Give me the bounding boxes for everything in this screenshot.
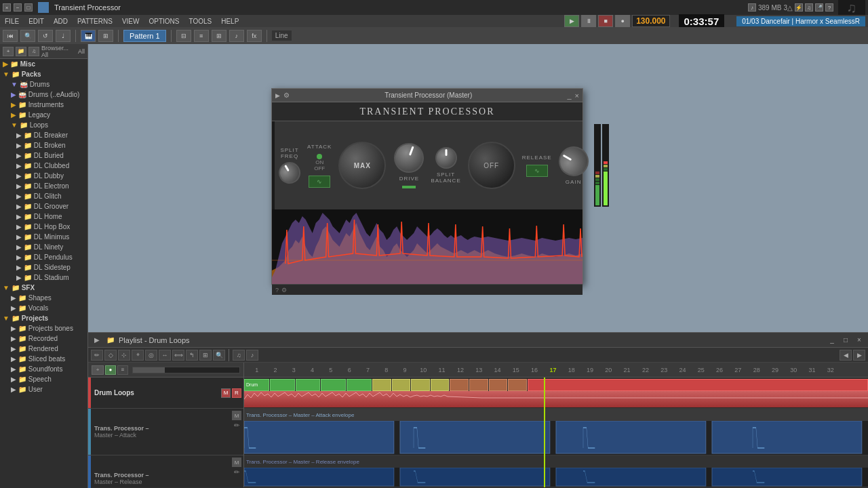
prev-button[interactable]: ⏮ (3, 30, 18, 42)
drum-block-4[interactable] (321, 379, 346, 391)
drum-block-alt-4[interactable] (431, 379, 450, 391)
min-button[interactable]: − (14, 3, 22, 12)
pl-tool-mag[interactable]: 🔍 (213, 350, 225, 361)
mixer-button[interactable]: ⊟ (176, 30, 191, 42)
channel-rack-button[interactable]: ⊞ (212, 30, 226, 42)
close-button[interactable]: × (3, 3, 11, 12)
browser-item-soundfonts[interactable]: ▶ 📁 Soundfonts (0, 364, 87, 374)
help-icon[interactable]: ? (825, 3, 833, 12)
volume-icon[interactable]: ♪ (748, 3, 756, 12)
drum-block-alt2-4[interactable] (508, 379, 527, 391)
max-button[interactable]: □ (24, 3, 33, 12)
mic-icon[interactable]: 🎤 (815, 3, 823, 12)
pl-tool-snap[interactable]: ⊞ (199, 350, 212, 361)
tp-close-button[interactable]: × (575, 92, 579, 100)
cpu-icon[interactable]: ⚡ (795, 3, 803, 12)
tp-minimize-button[interactable]: _ (567, 92, 571, 100)
stop-button[interactable]: ■ (598, 15, 613, 27)
menu-file[interactable]: FILE (3, 18, 21, 25)
tp-play-icon[interactable]: ▶ (275, 92, 280, 99)
play-button[interactable]: ▶ (564, 15, 579, 27)
browser-item-user[interactable]: ▶ 📁 User (0, 384, 87, 394)
track-edit-attack[interactable]: ✏ (234, 422, 239, 429)
track-add-btn[interactable]: + (92, 365, 104, 375)
pl-tool-scroll-left[interactable]: ◀ (840, 350, 852, 361)
drum-block-2[interactable] (270, 379, 295, 391)
pl-tool-declick[interactable]: ↰ (186, 350, 198, 361)
menu-view[interactable]: VIEW (120, 18, 142, 25)
pl-tool-mute[interactable]: ◎ (145, 350, 157, 361)
gain-knob[interactable] (553, 140, 594, 181)
browser-item-misc[interactable]: ▶ 📁 Misc (0, 59, 87, 69)
pl-tool-erase[interactable]: ◇ (104, 350, 117, 361)
track-settings-btn[interactable]: ≡ (117, 365, 128, 375)
browser-item-dl-hopbox[interactable]: ▶ 📁 DL Hop Box (0, 222, 87, 232)
track-mute-attack[interactable]: M (232, 411, 241, 420)
zoom-in-button[interactable]: 🔍 (20, 30, 35, 42)
piano-roll-button[interactable]: 🎹 (81, 30, 96, 42)
browser-item-vocals[interactable]: ▶ 📁 Vocals (0, 303, 87, 313)
browser-item-dl-breaker[interactable]: ▶ 📁 DL Breaker (0, 130, 87, 140)
browser-item-dl-buried[interactable]: ▶ 📁 DL Buried (0, 150, 87, 161)
max-knob[interactable]: MAX (338, 142, 386, 189)
add-browser-btn[interactable]: + (3, 47, 14, 56)
menu-patterns[interactable]: PATTERNS (75, 18, 115, 25)
pl-tool-select[interactable]: ⊹ (118, 350, 130, 361)
menu-options[interactable]: OPTIONS (146, 18, 181, 25)
drum-block-big[interactable] (528, 379, 868, 391)
pattern-button[interactable]: Pattern 1 (123, 30, 166, 42)
browser-item-dl-groover[interactable]: ▶ 📁 DL Groover (0, 201, 87, 211)
tp-help-icon[interactable]: ? (275, 287, 279, 293)
on-off-toggle[interactable]: ON OFF (314, 154, 325, 171)
browser-item-dl-clubbed[interactable]: ▶ 📁 DL Clubbed (0, 161, 87, 171)
pl-folder-btn[interactable]: 📁 (105, 336, 116, 345)
menu-edit[interactable]: EDIT (26, 18, 46, 25)
pl-tool-slip[interactable]: ↔ (159, 350, 171, 361)
loop-button[interactable]: ↺ (38, 30, 53, 42)
browser-item-loops[interactable]: ▼ 📁 Loops (0, 120, 87, 130)
browser-item-recorded[interactable]: ▶ 📁 Recorded (0, 333, 87, 344)
drum-block-1[interactable]: Drum Loops (244, 379, 269, 391)
split-balance-knob[interactable] (435, 147, 457, 169)
midi-icon[interactable]: ♫ (805, 3, 813, 12)
browser-item-dl-stadium[interactable]: ▶ 📁 DL Stadium (0, 272, 87, 283)
track-record-btn[interactable]: ● (105, 365, 116, 375)
browser-item-legacy[interactable]: ▶ 📁 Legacy (0, 110, 87, 120)
browser-item-instruments[interactable]: ▶ 📁 Instruments (0, 100, 87, 110)
browser-item-projects[interactable]: ▼ 📁 Projects (0, 313, 87, 323)
off-knob[interactable]: OFF (468, 142, 515, 189)
browser-item-rendered[interactable]: ▶ 📁 Rendered (0, 344, 87, 354)
drum-block-3[interactable] (296, 379, 321, 391)
drum-block-alt2-2[interactable] (469, 379, 488, 391)
track-edit-release[interactable]: ✏ (234, 468, 239, 476)
browser-item-dl-glitch[interactable]: ▶ 📁 DL Glitch (0, 191, 87, 201)
release-wave-button[interactable]: ∿ (526, 165, 548, 177)
browser-item-dl-sidestep[interactable]: ▶ 📁 DL Sidestep (0, 262, 87, 272)
split-freq-knob[interactable] (275, 158, 304, 188)
browser-item-projects-bones[interactable]: ▶ 📁 Projects bones (0, 323, 87, 333)
playlist-button[interactable]: ≡ (194, 30, 209, 42)
metronome-button[interactable]: ♩ (56, 30, 71, 42)
audio-browser-btn[interactable]: ♫ (28, 47, 39, 56)
folder-browser-btn[interactable]: 📁 (16, 47, 26, 56)
drum-block-alt2-1[interactable] (450, 379, 469, 391)
piano-button[interactable]: ♪ (229, 30, 244, 42)
effects-button[interactable]: fx (247, 30, 262, 42)
pl-tool-stutter[interactable]: ⟺ (172, 350, 184, 361)
pl-play-btn[interactable]: ▶ (92, 336, 102, 345)
drum-block-alt-3[interactable] (411, 379, 430, 391)
drum-block-alt-2[interactable] (392, 379, 411, 391)
pl-tool-zoom[interactable]: ⌖ (132, 350, 144, 361)
drum-block-5[interactable] (347, 379, 372, 391)
pause-button[interactable]: ⏸ (581, 15, 596, 27)
pl-close-btn[interactable]: × (854, 336, 865, 345)
browser-item-sfx[interactable]: ▼ 📁 SFX (0, 283, 87, 293)
browser-item-dl-home[interactable]: ▶ 📁 DL Home (0, 211, 87, 222)
tp-settings-icon[interactable]: ⚙ (281, 287, 287, 293)
drum-block-alt-1[interactable] (372, 379, 391, 391)
pl-tool-draw[interactable]: ✏ (91, 350, 103, 361)
menu-help[interactable]: HELP (219, 18, 241, 25)
browser-item-drums-eaudio[interactable]: ▶ 🥁 Drums (..eAudio) (0, 89, 87, 100)
browser-item-dl-pendulus[interactable]: ▶ 📁 DL Pendulus (0, 252, 87, 262)
track-record-drums[interactable]: R (232, 388, 241, 398)
